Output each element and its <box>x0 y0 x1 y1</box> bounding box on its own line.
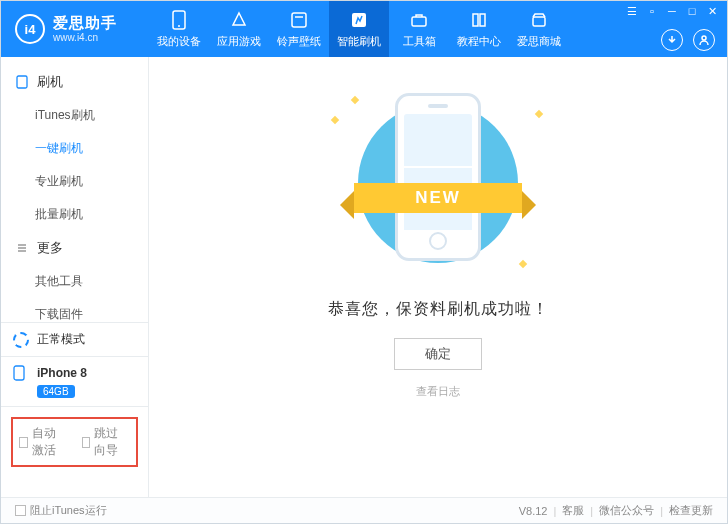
storage-badge: 64GB <box>37 385 75 398</box>
sidebar-item-oneclick-flash[interactable]: 一键刷机 <box>35 132 148 165</box>
nav-store[interactable]: 爱思商城 <box>509 1 569 57</box>
nav-label: 我的设备 <box>157 34 201 49</box>
checkbox-icon <box>19 437 28 448</box>
sidebar-item-batch-flash[interactable]: 批量刷机 <box>35 198 148 231</box>
separator: | <box>553 505 556 517</box>
auto-activate-checkbox[interactable]: 自动激活 <box>19 425 68 459</box>
phone-icon <box>169 10 189 30</box>
customer-service-link[interactable]: 客服 <box>562 503 584 518</box>
mode-icon <box>13 332 29 348</box>
sidebar-section-more[interactable]: 更多 <box>1 231 148 265</box>
nav-label: 应用游戏 <box>217 34 261 49</box>
nav-label: 工具箱 <box>403 34 436 49</box>
auto-activate-label: 自动激活 <box>32 425 68 459</box>
device-name-label: iPhone 8 <box>37 366 87 380</box>
block-itunes-label: 阻止iTunes运行 <box>30 503 107 518</box>
sidebar-item-other-tools[interactable]: 其他工具 <box>35 265 148 298</box>
sidebar-item-pro-flash[interactable]: 专业刷机 <box>35 165 148 198</box>
maximize-button[interactable]: □ <box>685 5 699 17</box>
brand-area: i4 爱思助手 www.i4.cn <box>1 1 149 57</box>
phone-small-icon <box>13 365 29 381</box>
nav-apps[interactable]: 应用游戏 <box>209 1 269 57</box>
top-nav: 我的设备 应用游戏 铃声壁纸 智能刷机 工具箱 教程中心 <box>149 1 627 57</box>
svg-rect-4 <box>412 17 426 26</box>
device-mode[interactable]: 正常模式 <box>1 322 148 356</box>
success-message: 恭喜您，保资料刷机成功啦！ <box>328 299 549 320</box>
close-button[interactable]: ✕ <box>705 5 719 17</box>
block-itunes-checkbox[interactable]: 阻止iTunes运行 <box>15 503 107 518</box>
skip-guide-label: 跳过向导 <box>94 425 130 459</box>
nav-label: 智能刷机 <box>337 34 381 49</box>
checkbox-icon <box>82 437 91 448</box>
checkbox-icon <box>15 505 26 516</box>
skip-guide-checkbox[interactable]: 跳过向导 <box>82 425 131 459</box>
ribbon-text: NEW <box>354 183 522 213</box>
sidebar-section-flash[interactable]: 刷机 <box>1 65 148 99</box>
separator: | <box>660 505 663 517</box>
brand-logo: i4 <box>15 14 45 44</box>
skin-icon[interactable]: ▫ <box>645 5 659 17</box>
flash-icon <box>349 10 369 30</box>
highlighted-options: 自动激活 跳过向导 <box>11 417 138 467</box>
nav-my-device[interactable]: 我的设备 <box>149 1 209 57</box>
sidebar-item-download-firmware[interactable]: 下载固件 <box>35 298 148 322</box>
minimize-button[interactable]: ─ <box>665 5 679 17</box>
nav-ringtones[interactable]: 铃声壁纸 <box>269 1 329 57</box>
download-button[interactable] <box>661 29 683 51</box>
ok-button[interactable]: 确定 <box>394 338 482 370</box>
brand-subtitle: www.i4.cn <box>53 32 117 43</box>
wallpaper-icon <box>289 10 309 30</box>
more-icon <box>15 241 29 255</box>
nav-label: 铃声壁纸 <box>277 34 321 49</box>
sidebar-section-title: 更多 <box>37 239 63 257</box>
book-icon <box>469 10 489 30</box>
apps-icon <box>229 10 249 30</box>
account-button[interactable] <box>693 29 715 51</box>
nav-label: 教程中心 <box>457 34 501 49</box>
svg-rect-5 <box>533 17 545 26</box>
svg-rect-2 <box>292 13 306 27</box>
separator: | <box>590 505 593 517</box>
view-log-link[interactable]: 查看日志 <box>416 384 460 399</box>
success-illustration: NEW <box>328 97 548 267</box>
svg-rect-8 <box>14 366 24 380</box>
device-icon <box>15 75 29 89</box>
nav-tutorials[interactable]: 教程中心 <box>449 1 509 57</box>
settings-icon[interactable]: ☰ <box>625 5 639 17</box>
sidebar-section-title: 刷机 <box>37 73 63 91</box>
svg-point-6 <box>702 36 706 40</box>
device-info[interactable]: iPhone 8 64GB <box>1 356 148 406</box>
version-label: V8.12 <box>519 505 548 517</box>
brand-title: 爱思助手 <box>53 15 117 32</box>
svg-rect-7 <box>17 76 27 88</box>
mode-label: 正常模式 <box>37 331 85 348</box>
store-icon <box>529 10 549 30</box>
check-update-link[interactable]: 检查更新 <box>669 503 713 518</box>
nav-toolbox[interactable]: 工具箱 <box>389 1 449 57</box>
toolbox-icon <box>409 10 429 30</box>
nav-flash[interactable]: 智能刷机 <box>329 1 389 57</box>
sidebar-item-itunes-flash[interactable]: iTunes刷机 <box>35 99 148 132</box>
nav-label: 爱思商城 <box>517 34 561 49</box>
svg-point-1 <box>178 25 180 27</box>
wechat-link[interactable]: 微信公众号 <box>599 503 654 518</box>
